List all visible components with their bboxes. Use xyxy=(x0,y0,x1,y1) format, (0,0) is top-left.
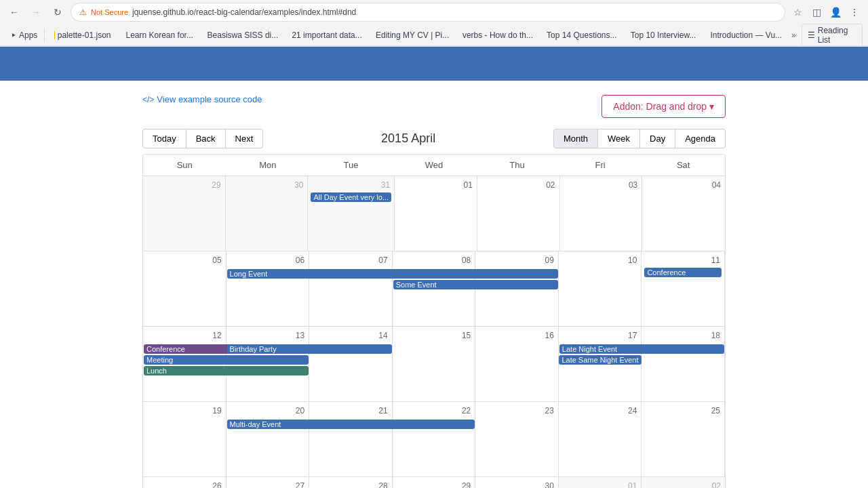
menu-button[interactable]: ⋮ xyxy=(846,4,863,20)
reading-list-button[interactable]: ☰ Reading List xyxy=(802,24,863,47)
bookmarks-bar: ‣ Apps palette-01.json Learn Korean for.… xyxy=(0,24,868,46)
day-apr-21[interactable]: 21 xyxy=(309,402,393,476)
day-apr-07[interactable]: 07 xyxy=(309,251,393,326)
reload-button[interactable]: ↻ xyxy=(49,3,66,21)
some-event[interactable]: Some Event xyxy=(393,280,558,289)
calendar: Sun Mon Tue Wed Thu Fri Sat 29 30 31 All… xyxy=(142,154,726,488)
day-apr-10[interactable]: 10 xyxy=(559,251,642,326)
day-header-wed: Wed xyxy=(393,155,476,176)
calendar-week-3: 12 +3 more 13 14 15 16 17 18 xyxy=(143,327,725,402)
header-row: </> View example source code Addon: Drag… xyxy=(142,94,726,118)
addon-button[interactable]: Addon: Drag and drop ▾ xyxy=(601,95,726,118)
profile-button[interactable]: 👤 xyxy=(827,4,844,20)
calendar-week-5: 26 27 28 29 30 01 02 xyxy=(143,477,725,488)
day-apr-30[interactable]: 30 xyxy=(475,477,559,488)
day-mar-30[interactable]: 30 xyxy=(226,176,309,251)
page-content: </> View example source code Addon: Drag… xyxy=(129,81,739,488)
address-bar[interactable]: ⚠ Not Secure jquense.github.io/react-big… xyxy=(71,3,785,22)
browser-toolbar: ← → ↻ ⚠ Not Secure jquense.github.io/rea… xyxy=(0,0,868,24)
bookmark-palette[interactable]: palette-01.json xyxy=(49,29,117,41)
day-apr-18[interactable]: 18 xyxy=(642,327,725,401)
day-mar-31[interactable]: 31 All Day Event very lo... xyxy=(308,176,395,251)
late-night-event[interactable]: Late Night Event xyxy=(559,344,724,354)
day-apr-15[interactable]: 15 xyxy=(393,327,476,401)
week-view-button[interactable]: Week xyxy=(598,129,640,148)
multi-day-event[interactable]: Multi-day Event xyxy=(227,420,475,429)
day-apr-11[interactable]: 11 Conference xyxy=(642,251,725,326)
more-bookmarks-button[interactable]: » xyxy=(787,29,800,41)
day-apr-23[interactable]: 23 xyxy=(475,402,559,476)
apps-label: Apps xyxy=(19,30,37,40)
day-apr-04[interactable]: 04 xyxy=(642,176,725,251)
calendar-title: 2015 April xyxy=(263,131,553,146)
bookmark-separator xyxy=(44,28,45,42)
addon-button-label: Addon: Drag and drop ▾ xyxy=(613,101,714,112)
meeting-apr12[interactable]: Meeting xyxy=(144,355,309,365)
back-button[interactable]: ← xyxy=(5,3,23,21)
next-button[interactable]: Next xyxy=(226,129,264,148)
day-mar-29[interactable]: 29 xyxy=(143,176,226,251)
day-apr-02[interactable]: 02 xyxy=(477,176,560,251)
agenda-view-button[interactable]: Agenda xyxy=(675,129,726,148)
calendar-week-4: 19 20 21 22 23 24 25 Multi-d xyxy=(143,402,725,477)
forward-button[interactable]: → xyxy=(27,3,45,21)
day-header-tue: Tue xyxy=(309,155,393,176)
day-apr-20[interactable]: 20 xyxy=(226,402,310,476)
all-day-event[interactable]: All Day Event very lo... xyxy=(311,192,391,202)
lunch-apr12[interactable]: Lunch xyxy=(144,366,309,375)
day-apr-01[interactable]: 01 xyxy=(395,176,477,251)
view-group: Month Week Day Agenda xyxy=(553,129,726,148)
day-apr-22[interactable]: 22 xyxy=(393,402,476,476)
source-link-icon: </> xyxy=(142,95,154,104)
bookmark-cv[interactable]: Editing MY CV | Pi... xyxy=(368,29,453,41)
day-view-button[interactable]: Day xyxy=(640,129,675,148)
back-button[interactable]: Back xyxy=(186,129,226,148)
reading-list-icon: ☰ xyxy=(808,30,815,40)
blue-banner xyxy=(0,47,868,81)
star-button[interactable]: ☆ xyxy=(789,4,806,20)
day-apr-28[interactable]: 28 xyxy=(309,477,393,488)
day-apr-29[interactable]: 29 xyxy=(393,477,476,488)
day-apr-14[interactable]: 14 xyxy=(309,327,393,401)
bookmark-data[interactable]: 21 important data... xyxy=(283,29,366,41)
day-apr-27[interactable]: 27 xyxy=(226,477,310,488)
late-same-night-event[interactable]: Late Same Night Event xyxy=(559,355,641,365)
day-apr-24[interactable]: 24 xyxy=(559,402,642,476)
calendar-toolbar: Today Back Next 2015 April Month Week Da… xyxy=(142,129,726,148)
day-may-02[interactable]: 02 xyxy=(642,477,725,488)
day-apr-05[interactable]: 05 xyxy=(143,251,226,326)
day-apr-19[interactable]: 19 xyxy=(143,402,226,476)
month-view-button[interactable]: Month xyxy=(553,129,598,148)
lock-icon: ⚠ xyxy=(79,7,87,17)
bookmark-vue[interactable]: Introduction — Vu... xyxy=(702,29,786,41)
today-button[interactable]: Today xyxy=(142,129,186,148)
day-may-01[interactable]: 01 xyxy=(559,477,642,488)
bookmark-interview[interactable]: Top 10 Interview... xyxy=(623,29,701,41)
long-event[interactable]: Long Event xyxy=(227,269,558,279)
day-header-thu: Thu xyxy=(475,155,559,176)
browser-actions: ☆ ◫ 👤 ⋮ xyxy=(789,4,863,20)
bookmark-beasiswa[interactable]: Beasiswa SISS di... xyxy=(199,29,283,41)
bookmark-icon xyxy=(54,31,55,39)
calendar-week-2: 05 06 07 08 09 10 11 Conference xyxy=(143,251,725,327)
day-header-mon: Mon xyxy=(226,155,310,176)
source-code-link[interactable]: </> View example source code xyxy=(142,94,262,104)
day-apr-03[interactable]: 03 xyxy=(560,176,643,251)
day-apr-16[interactable]: 16 xyxy=(475,327,559,401)
conference-apr11[interactable]: Conference xyxy=(644,268,722,277)
day-apr-06[interactable]: 06 xyxy=(226,251,310,326)
day-header-sat: Sat xyxy=(642,155,725,176)
day-apr-25[interactable]: 25 xyxy=(642,402,725,476)
bookmark-korean[interactable]: Learn Korean for... xyxy=(118,29,198,41)
birthday-party[interactable]: Birthday Party xyxy=(227,344,392,354)
nav-group: Today Back Next xyxy=(142,129,263,148)
day-apr-26[interactable]: 26 xyxy=(143,477,226,488)
bookmark-questions[interactable]: Top 14 Questions... xyxy=(538,29,621,41)
url-text: jquense.github.io/react-big-calendar/exa… xyxy=(132,7,356,17)
bookmark-verbs[interactable]: verbs - How do th... xyxy=(454,29,537,41)
source-link-text: View example source code xyxy=(157,94,262,104)
browser-chrome: ← → ↻ ⚠ Not Secure jquense.github.io/rea… xyxy=(0,0,868,47)
apps-bookmark[interactable]: ‣ Apps xyxy=(5,28,40,42)
extensions-button[interactable]: ◫ xyxy=(808,4,825,20)
day-header-fri: Fri xyxy=(559,155,642,176)
